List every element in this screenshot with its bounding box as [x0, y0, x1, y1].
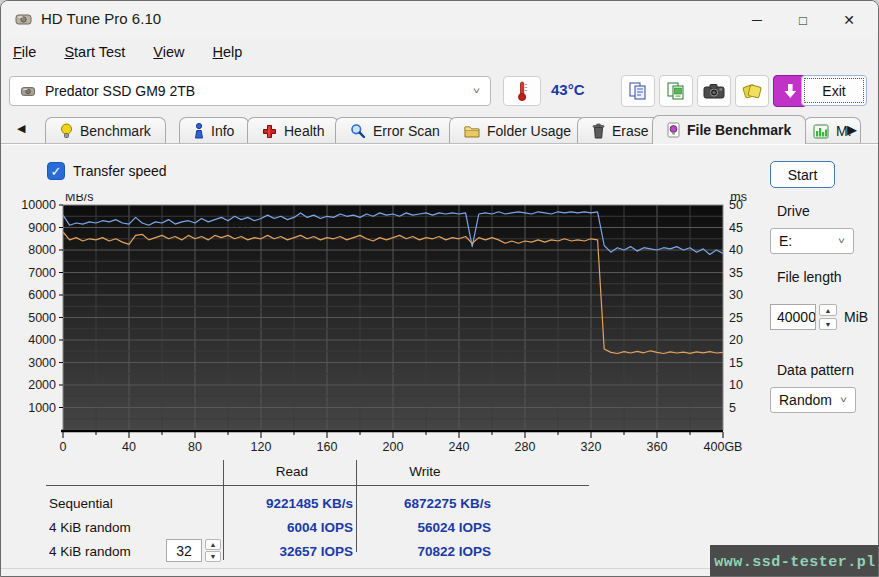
tab-bar: ◀ Benchmark Info Health: [1, 115, 878, 144]
tab-label: File Benchmark: [687, 122, 791, 138]
drive-select[interactable]: Predator SSD GM9 2TB ˅: [9, 76, 491, 106]
copy-text-button[interactable]: [621, 75, 655, 107]
random-qd-write-value: 70822 IOPS: [363, 544, 491, 559]
transfer-speed-checkbox[interactable]: ✓: [47, 162, 65, 180]
save-yellow-icon: [741, 80, 763, 102]
queue-depth-stepper: ▲ ▼: [205, 539, 221, 562]
stepper-down-icon[interactable]: ▼: [819, 318, 837, 330]
bulb-icon: [60, 123, 73, 139]
chevron-down-icon: ˅: [840, 395, 847, 405]
watermark-badge: www.ssd-tester.pl: [710, 545, 879, 577]
svg-text:120: 120: [251, 440, 272, 454]
tab-scroll-left-icon[interactable]: ◀: [17, 122, 25, 135]
svg-text:6000: 6000: [28, 288, 56, 302]
sequential-read-value: 9221485 KB/s: [231, 496, 353, 511]
file-length-stepper: ▲ ▼: [819, 304, 837, 330]
transfer-speed-label: Transfer speed: [73, 163, 167, 179]
tab-error-scan[interactable]: Error Scan: [335, 117, 455, 144]
table-divider-vertical-1: [223, 460, 224, 560]
info-person-icon: [194, 123, 204, 139]
data-pattern-label: Data pattern: [777, 362, 854, 378]
column-header-write: Write: [361, 464, 489, 479]
stepper-up-icon[interactable]: ▲: [819, 304, 837, 316]
random-qd-read-value: 32657 IOPS: [231, 544, 353, 559]
minimize-button[interactable]: ─: [734, 1, 780, 39]
drive-select-value: Predator SSD GM9 2TB: [45, 83, 465, 99]
svg-text:360: 360: [647, 440, 668, 454]
thermometer-icon: [516, 80, 528, 102]
save-button[interactable]: [735, 75, 769, 107]
tab-scroll-right-icon[interactable]: ▶: [847, 122, 857, 137]
screenshot-button[interactable]: [697, 75, 731, 107]
queue-depth-input[interactable]: [166, 539, 202, 562]
menu-help[interactable]: Help: [213, 42, 253, 62]
folder-icon: [464, 124, 480, 138]
svg-text:4000: 4000: [28, 333, 56, 347]
drive-letter-value: E:: [779, 233, 838, 249]
watermark-text: www.ssd-tester.pl: [714, 554, 876, 571]
table-divider-vertical-2: [356, 460, 357, 552]
menu-file[interactable]: File: [13, 42, 46, 62]
svg-text:5000: 5000: [28, 311, 56, 325]
file-length-label: File length: [777, 269, 842, 285]
tab-benchmark[interactable]: Benchmark: [45, 117, 166, 144]
menu-start-test[interactable]: Start Test: [64, 42, 135, 62]
chevron-down-icon: ˅: [473, 86, 480, 96]
svg-text:3000: 3000: [28, 356, 56, 370]
svg-text:80: 80: [188, 440, 202, 454]
svg-text:MB/s: MB/s: [65, 194, 93, 204]
svg-text:ms: ms: [730, 194, 747, 204]
stepper-down-icon[interactable]: ▼: [205, 551, 221, 562]
svg-text:200: 200: [383, 440, 404, 454]
trash-icon: [592, 123, 605, 139]
row-label-sequential: Sequential: [49, 496, 113, 511]
copy-image-button[interactable]: [659, 75, 693, 107]
temperature-button[interactable]: [503, 76, 541, 106]
file-length-unit: MiB: [844, 309, 868, 325]
camera-icon: [702, 82, 726, 100]
svg-text:1000: 1000: [28, 401, 56, 415]
stepper-up-icon[interactable]: ▲: [205, 539, 221, 550]
svg-text:9000: 9000: [28, 221, 56, 235]
menu-view[interactable]: View: [153, 42, 194, 62]
svg-text:15: 15: [729, 356, 743, 370]
start-button[interactable]: Start: [770, 161, 835, 188]
svg-text:400GB: 400GB: [704, 440, 743, 454]
download-arrow-icon: [780, 81, 800, 101]
maximize-button[interactable]: □: [780, 1, 826, 39]
tab-health[interactable]: Health: [247, 117, 339, 144]
svg-text:25: 25: [729, 311, 743, 325]
tab-folder-usage[interactable]: Folder Usage: [449, 117, 586, 144]
copy-image-icon: [665, 80, 687, 102]
close-button[interactable]: ✕: [826, 1, 872, 39]
exit-button[interactable]: Exit: [801, 75, 867, 106]
tab-label: Folder Usage: [487, 123, 571, 139]
table-divider-horizontal: [46, 485, 589, 486]
drive-label: Drive: [777, 203, 810, 219]
title-bar: HD Tune Pro 6.10 ─ □ ✕: [1, 1, 878, 39]
drive-letter-select[interactable]: E: ˅: [770, 228, 854, 254]
svg-text:320: 320: [581, 440, 602, 454]
magnifier-icon: [350, 123, 366, 139]
svg-text:10000: 10000: [21, 198, 56, 212]
row-label-4kib-random: 4 KiB random: [49, 520, 131, 535]
random-read-value: 6004 IOPS: [231, 520, 353, 535]
svg-text:0: 0: [60, 440, 67, 454]
sequential-write-value: 6872275 KB/s: [363, 496, 491, 511]
svg-text:40: 40: [729, 243, 743, 257]
tab-label: Benchmark: [80, 123, 151, 139]
hdd-icon: [20, 85, 37, 98]
tab-info[interactable]: Info: [179, 117, 249, 144]
svg-text:5: 5: [729, 401, 736, 415]
toolbar: Predator SSD GM9 2TB ˅ 43°C: [1, 65, 878, 115]
chevron-down-icon: ˅: [838, 236, 845, 246]
data-pattern-select[interactable]: Random ˅: [770, 387, 856, 413]
tab-erase[interactable]: Erase: [577, 117, 664, 144]
svg-text:7000: 7000: [28, 266, 56, 280]
copy-pages-icon: [627, 80, 649, 102]
tab-file-benchmark[interactable]: File Benchmark: [652, 115, 806, 144]
file-length-input[interactable]: [770, 304, 816, 330]
file-benchmark-panel: ✓ Transfer speed WW040801201602002402803…: [1, 144, 878, 577]
green-chart-icon: [813, 124, 829, 139]
page-bulb-icon: [667, 122, 680, 138]
